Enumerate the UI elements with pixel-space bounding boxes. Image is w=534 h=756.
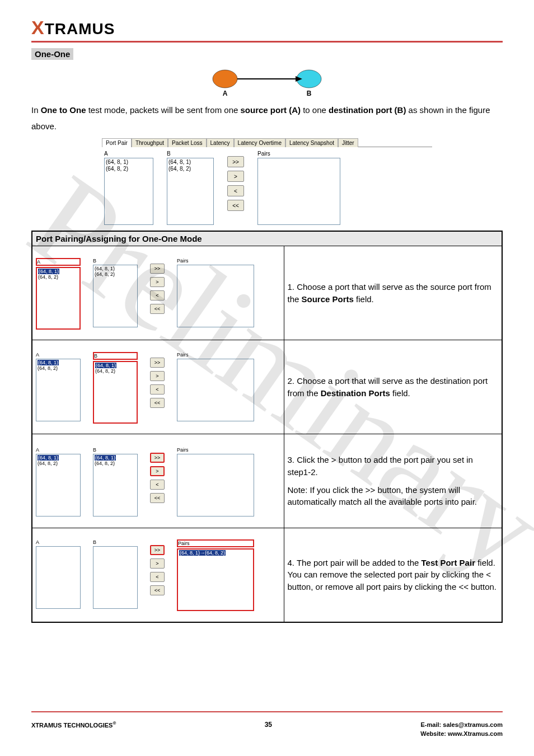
top-diagram: A B xyxy=(31,68,503,100)
add-all-button[interactable]: >> xyxy=(150,453,165,463)
col-pairs-label: Pairs xyxy=(257,151,340,157)
list-item[interactable]: (64, 8, 2) xyxy=(95,461,136,467)
remove-button[interactable]: < xyxy=(227,185,244,196)
pairs-list[interactable] xyxy=(257,158,340,225)
diagram-b-label: B xyxy=(307,90,312,97)
add-button[interactable]: > xyxy=(227,171,244,182)
add-all-button[interactable]: >> xyxy=(227,156,244,167)
remove-all-button[interactable]: << xyxy=(150,585,165,595)
list-item[interactable]: (64, 8, 1) xyxy=(106,159,152,166)
remove-all-button[interactable]: << xyxy=(227,200,244,211)
table-row-image: A B >> > < << Pairs (64, 8, 1)→(64, 8, 2… xyxy=(32,528,284,622)
pairs-list[interactable]: (64, 8, 1)→(64, 8, 2) xyxy=(177,548,254,611)
source-ports-list[interactable]: (64, 8, 1) (64, 8, 2) xyxy=(36,359,81,421)
dest-ports-list[interactable] xyxy=(93,546,138,609)
table-row-text: 1. Choose a port that will serve as the … xyxy=(284,246,502,340)
remove-all-button[interactable]: << xyxy=(150,304,165,314)
intro-text: to one xyxy=(301,105,329,115)
tab-latency[interactable]: Latency xyxy=(207,138,234,147)
col-pairs-label: Pairs xyxy=(177,447,254,453)
remove-all-button[interactable]: << xyxy=(150,493,165,503)
footer: XTRAMUS TECHNOLOGIES® 35 E-mail: sales@x… xyxy=(31,721,503,738)
table-row-image: A (64, 8, 1) (64, 8, 2) B (64, 8, 1) (64… xyxy=(32,340,284,434)
tab-latency-snapshot[interactable]: Latency Snapshot xyxy=(285,138,338,147)
list-item[interactable]: (64, 8, 1) xyxy=(95,455,136,461)
footer-company: XTRAMUS TECHNOLOGIES® xyxy=(31,721,116,729)
remove-button[interactable]: < xyxy=(150,384,165,395)
list-item[interactable]: (64, 8, 2) xyxy=(38,274,78,280)
step-text: field. xyxy=(354,294,374,304)
dest-ports-list[interactable]: (64, 8, 1) (64, 8, 2) xyxy=(93,361,138,424)
add-all-button[interactable]: >> xyxy=(150,545,165,555)
add-button[interactable]: > xyxy=(150,277,165,287)
list-item[interactable]: (64, 8, 1) xyxy=(38,360,79,366)
table-row-text: 3. Click the > button to add the port pa… xyxy=(284,434,502,528)
intro-paragraph: In One to One test mode, packets will be… xyxy=(31,102,503,134)
pair-buttons: >> > < << xyxy=(227,156,244,211)
add-all-button[interactable]: >> xyxy=(150,358,165,368)
add-button[interactable]: > xyxy=(150,466,165,476)
instruction-table: Port Pairing/Assigning for One-One Mode … xyxy=(31,231,503,623)
col-b-label: B xyxy=(167,151,214,157)
tab-jitter[interactable]: Jitter xyxy=(338,138,358,147)
list-item[interactable]: (64, 8, 1) xyxy=(38,269,78,275)
tab-latency-overtime[interactable]: Latency Overtime xyxy=(234,138,285,147)
list-item[interactable]: (64, 8, 2) xyxy=(168,166,212,172)
footer-rule xyxy=(31,711,503,712)
remove-button[interactable]: < xyxy=(150,480,165,490)
diagram-a-label: A xyxy=(223,90,228,97)
col-pairs-label: Pairs xyxy=(177,352,254,358)
remove-button[interactable]: < xyxy=(150,572,165,582)
list-item[interactable]: (64, 8, 2) xyxy=(95,368,135,374)
logo: XTRAMUS xyxy=(31,17,503,39)
col-a-label: A xyxy=(36,352,81,358)
step-bold: Source Ports xyxy=(302,294,354,304)
col-b-label: B xyxy=(93,539,138,545)
footer-email: sales@xtramus.com xyxy=(443,721,503,728)
col-b-label: B xyxy=(93,258,138,264)
col-a-label: A xyxy=(36,258,81,266)
step-bold: Destination Ports xyxy=(321,388,390,398)
dest-ports-list[interactable]: (64, 8, 1) (64, 8, 2) xyxy=(167,158,214,225)
intro-bold: destination port (B) xyxy=(329,105,406,115)
step-text: 3. Click the > button to add the port pa… xyxy=(288,454,499,478)
pairs-list[interactable] xyxy=(177,265,254,327)
list-item[interactable]: (64, 8, 1) xyxy=(95,363,135,369)
footer-email-label: E-mail: xyxy=(421,721,443,728)
list-item[interactable]: (64, 8, 1)→(64, 8, 2) xyxy=(179,550,252,556)
list-item[interactable]: (64, 8, 2) xyxy=(95,271,136,278)
step-bold: Test Port Pair xyxy=(421,558,475,567)
source-ports-list[interactable]: (64, 8, 1) (64, 8, 2) xyxy=(36,267,81,330)
add-button[interactable]: > xyxy=(150,371,165,381)
pairs-list[interactable] xyxy=(177,454,254,516)
footer-website: www.Xtramus.com xyxy=(448,730,503,737)
table-row-text: 2. Choose a port that will serve as the … xyxy=(284,340,502,434)
intro-text: test mode, packets will be sent from one xyxy=(86,105,241,115)
tab-throughput[interactable]: Throughput xyxy=(132,138,168,147)
intro-bold: source port (A) xyxy=(241,105,301,115)
list-item[interactable]: (64, 8, 2) xyxy=(38,461,79,467)
source-ports-list[interactable]: (64, 8, 1) (64, 8, 2) xyxy=(104,158,153,225)
list-item[interactable]: (64, 8, 2) xyxy=(106,166,152,172)
list-item[interactable]: (64, 8, 1) xyxy=(38,455,79,461)
dest-ports-list[interactable]: (64, 8, 1) (64, 8, 2) xyxy=(93,265,138,327)
step-note: Note: If you click the >> button, the sy… xyxy=(288,484,499,509)
list-item[interactable]: (64, 8, 1) xyxy=(95,266,136,272)
remove-all-button[interactable]: << xyxy=(150,398,165,408)
intro-text: In xyxy=(31,105,41,115)
logo-rest: TRAMUS xyxy=(45,20,115,37)
remove-button[interactable]: < xyxy=(150,290,165,300)
dest-ports-list[interactable]: (64, 8, 1) (64, 8, 2) xyxy=(93,454,138,516)
add-all-button[interactable]: >> xyxy=(150,264,165,274)
col-b-label: B xyxy=(93,447,138,453)
source-ports-list[interactable]: (64, 8, 1) (64, 8, 2) xyxy=(36,454,81,516)
pairs-list[interactable] xyxy=(177,359,254,421)
col-b-label: B xyxy=(93,352,138,360)
list-item[interactable]: (64, 8, 2) xyxy=(38,365,79,372)
source-ports-list[interactable] xyxy=(36,546,81,609)
list-item[interactable]: (64, 8, 1) xyxy=(168,159,212,166)
add-button[interactable]: > xyxy=(150,558,165,569)
tab-port-pair[interactable]: Port Pair xyxy=(102,138,132,147)
tab-packet-loss[interactable]: Packet Loss xyxy=(168,138,206,147)
port-pair-panel-screenshot: Port Pair Throughput Packet Loss Latency… xyxy=(31,138,503,226)
